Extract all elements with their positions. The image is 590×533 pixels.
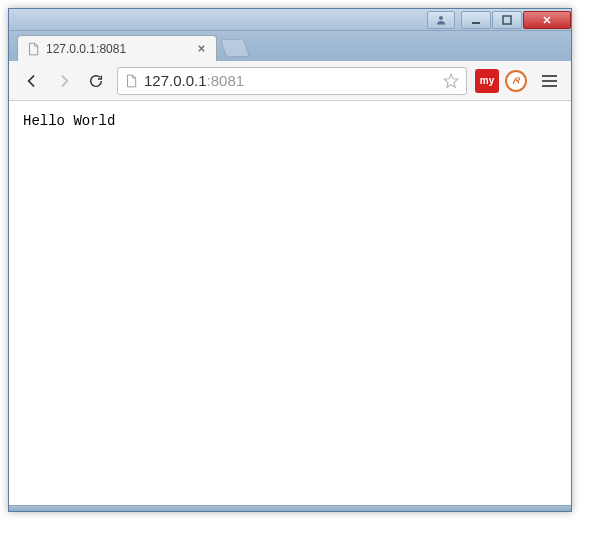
svg-rect-2	[503, 16, 511, 24]
svg-rect-1	[472, 22, 480, 24]
extension-label: my	[480, 75, 494, 86]
scribe-extension-icon[interactable]	[505, 70, 527, 92]
hamburger-line	[542, 75, 557, 77]
forward-arrow-icon	[56, 73, 72, 89]
window-bottom-border	[9, 505, 571, 511]
chrome-menu-button[interactable]	[535, 67, 563, 95]
tab-title: 127.0.0.1:8081	[46, 42, 188, 56]
browser-window: 127.0.0.1:8081 127.0.0.1:8081 my	[8, 8, 572, 512]
maximize-icon	[502, 15, 512, 25]
svg-point-0	[439, 16, 443, 20]
file-icon	[124, 74, 138, 88]
maximize-button[interactable]	[492, 11, 522, 29]
browser-toolbar: 127.0.0.1:8081 my	[9, 61, 571, 101]
url-port: :8081	[207, 72, 245, 89]
x-icon	[197, 44, 206, 53]
page-content: Hello World	[9, 101, 571, 505]
minimize-button[interactable]	[461, 11, 491, 29]
back-arrow-icon	[24, 73, 40, 89]
user-icon	[435, 14, 447, 26]
script-r-icon	[509, 74, 523, 88]
forward-button[interactable]	[49, 66, 79, 96]
address-bar[interactable]: 127.0.0.1:8081	[117, 67, 467, 95]
address-text: 127.0.0.1:8081	[144, 72, 442, 89]
close-button[interactable]	[523, 11, 571, 29]
reload-icon	[88, 73, 104, 89]
bookmark-star-icon[interactable]	[442, 72, 460, 90]
back-button[interactable]	[17, 66, 47, 96]
url-host: 127.0.0.1	[144, 72, 207, 89]
window-titlebar	[9, 9, 571, 31]
close-icon	[542, 15, 552, 25]
reload-button[interactable]	[81, 66, 111, 96]
minimize-icon	[471, 15, 481, 25]
hamburger-line	[542, 85, 557, 87]
page-body-text: Hello World	[23, 113, 115, 129]
user-profile-button[interactable]	[427, 11, 455, 29]
hamburger-line	[542, 80, 557, 82]
my-extension-icon[interactable]: my	[475, 69, 499, 93]
new-tab-button[interactable]	[220, 39, 250, 57]
browser-tab[interactable]: 127.0.0.1:8081	[17, 35, 217, 61]
tab-close-button[interactable]	[194, 42, 208, 56]
tab-strip: 127.0.0.1:8081	[9, 31, 571, 61]
file-icon	[26, 42, 40, 56]
